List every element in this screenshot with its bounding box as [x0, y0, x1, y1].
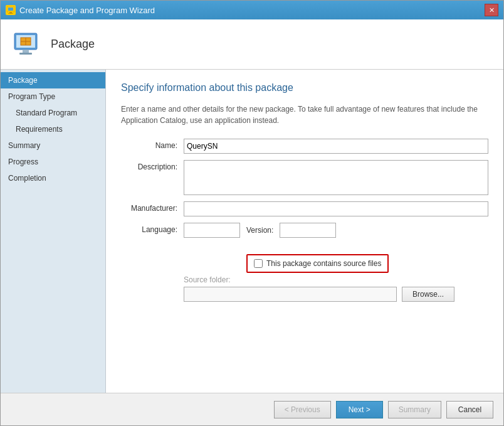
window-title: Create Package and Program Wizard: [19, 6, 155, 15]
manufacturer-input[interactable]: [184, 201, 488, 216]
sidebar-item-program-type[interactable]: Program Type: [1, 88, 105, 105]
source-folder-input[interactable]: [184, 287, 397, 302]
description-input[interactable]: [184, 160, 488, 195]
description-label: Description:: [121, 160, 184, 171]
name-input[interactable]: [184, 139, 488, 154]
svg-rect-1: [8, 8, 13, 11]
footer: < Previous Next > Summary Cancel: [1, 393, 503, 425]
language-label: Language:: [121, 223, 184, 234]
sidebar: Package Program Type Standard Program Re…: [1, 70, 106, 393]
sidebar-item-summary[interactable]: Summary: [1, 137, 105, 154]
wizard-window: Create Package and Program Wizard ✕ Pack…: [0, 0, 504, 426]
source-input-row: Browse...: [184, 287, 488, 302]
manufacturer-row: Manufacturer:: [121, 201, 488, 216]
checkbox-highlight: This package contains source files: [246, 254, 389, 273]
language-version-row: Language: Version:: [121, 223, 488, 238]
manufacturer-label: Manufacturer:: [121, 201, 184, 213]
browse-button[interactable]: Browse...: [402, 287, 454, 302]
sidebar-item-completion[interactable]: Completion: [1, 170, 105, 186]
language-input[interactable]: [184, 223, 240, 238]
title-bar-left: Create Package and Program Wizard: [6, 5, 155, 15]
description-row: Description:: [121, 160, 488, 195]
sidebar-item-standard-program[interactable]: Standard Program: [1, 105, 105, 121]
summary-button[interactable]: Summary: [388, 401, 441, 418]
info-text: Enter a name and other details for the n…: [121, 104, 488, 126]
source-files-label: This package contains source files: [266, 259, 381, 268]
main-content: Package Program Type Standard Program Re…: [1, 70, 503, 393]
version-input[interactable]: [280, 223, 336, 238]
version-label: Version:: [246, 226, 273, 235]
svg-rect-3: [8, 13, 13, 14]
sidebar-item-progress[interactable]: Progress: [1, 154, 105, 170]
svg-rect-7: [19, 53, 32, 55]
next-button[interactable]: Next >: [336, 401, 383, 418]
svg-rect-2: [9, 12, 12, 13]
window-icon: [6, 5, 16, 15]
sidebar-item-requirements[interactable]: Requirements: [1, 121, 105, 137]
svg-rect-6: [23, 50, 29, 53]
title-bar-controls: ✕: [485, 4, 498, 16]
package-icon: [11, 29, 41, 60]
close-button[interactable]: ✕: [485, 4, 498, 16]
header-title: Package: [51, 38, 95, 51]
checkbox-section: This package contains source files: [184, 249, 488, 275]
source-folder-label: Source folder:: [184, 275, 488, 284]
cancel-button[interactable]: Cancel: [446, 401, 493, 418]
source-folder-section: Source folder: Browse...: [184, 275, 488, 302]
sidebar-item-package[interactable]: Package: [1, 72, 105, 88]
language-version-inline: Version:: [184, 223, 488, 238]
content-title: Specify information about this package: [121, 82, 488, 93]
name-label: Name:: [121, 139, 184, 150]
content-area: Specify information about this package E…: [106, 70, 503, 393]
header-area: Package: [1, 19, 503, 70]
title-bar: Create Package and Program Wizard ✕: [1, 1, 503, 19]
name-row: Name:: [121, 139, 488, 154]
previous-button[interactable]: < Previous: [274, 401, 331, 418]
source-files-checkbox[interactable]: [254, 259, 263, 268]
